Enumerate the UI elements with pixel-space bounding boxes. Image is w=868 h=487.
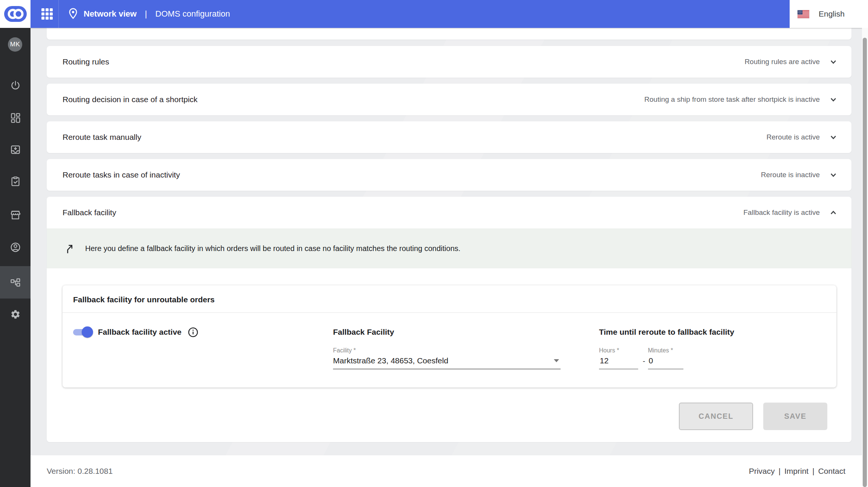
imprint-link[interactable]: Imprint	[784, 467, 808, 476]
accordion-section-fallback-facility: Fallback facility Fallback facility is a…	[47, 197, 851, 442]
accordion-row-reroute-inactivity[interactable]: Reroute tasks in case of inactivity Rero…	[47, 159, 851, 191]
avatar[interactable]: MK	[8, 37, 22, 52]
main-content: Routing rules Routing rules are active R…	[31, 28, 868, 442]
toggle-label: Fallback facility active	[98, 328, 182, 337]
power-icon	[10, 80, 21, 91]
appbar-secondary-title: DOMS configuration	[155, 9, 230, 19]
footer-link-separator: |	[812, 467, 814, 476]
footer: Version: 0.28.1081 Privacy | Imprint | C…	[31, 455, 868, 487]
fallback-panel-body: Fallback facility for unroutable orders …	[47, 268, 851, 442]
accordion-row-shortpick-decision[interactable]: Routing decision in case of a shortpick …	[47, 84, 851, 115]
fallback-card-form: Fallback facility active Fallba	[63, 313, 836, 387]
facility-select-value: Marktstraße 23, 48653, Coesfeld	[333, 356, 554, 365]
language-selector[interactable]: English	[790, 0, 868, 28]
version-label: Version: 0.28.1081	[47, 467, 113, 476]
cancel-button[interactable]: CANCEL	[679, 403, 753, 430]
time-separator: -	[643, 357, 645, 369]
accordion-row-reroute-manually[interactable]: Reroute task manually Reroute is active	[47, 121, 851, 153]
appbar-divider	[58, 0, 59, 28]
facility-select[interactable]: Marktstraße 23, 48653, Coesfeld	[333, 356, 561, 369]
clipped-accordion-card	[47, 28, 851, 40]
chevron-down-icon	[828, 57, 839, 67]
sidebar: MK	[0, 0, 31, 487]
facility-column: Fallback Facility Facility * Marktstraße…	[333, 326, 599, 369]
privacy-link[interactable]: Privacy	[749, 467, 775, 476]
inbox-download-icon	[10, 144, 21, 155]
sidebar-item-account[interactable]	[0, 231, 31, 263]
time-group-title: Time until reroute to fallback facility	[599, 326, 826, 338]
account-icon	[10, 242, 21, 253]
info-icon[interactable]	[188, 327, 199, 338]
dashboard-icon	[10, 112, 21, 123]
appbar: Network view | DOMS configuration Englis…	[31, 0, 868, 28]
accordion-title: Routing decision in case of a shortpick	[63, 95, 644, 104]
accordion-title: Reroute tasks in case of inactivity	[63, 170, 761, 179]
sidebar-item-tasks[interactable]	[0, 165, 31, 198]
app-logo[interactable]	[0, 0, 31, 28]
scrollbar-thumb[interactable]	[863, 38, 867, 487]
arrow-up-right-icon	[64, 242, 75, 254]
chevron-down-icon	[828, 132, 839, 142]
accordion-status: Reroute is inactive	[761, 171, 820, 179]
dropdown-caret-icon	[554, 359, 559, 362]
language-label: English	[819, 9, 845, 18]
fallback-description-strip: Here you define a fallback facility in w…	[47, 228, 851, 268]
location-pin-icon	[67, 8, 79, 20]
hours-input[interactable]	[599, 356, 638, 369]
form-actions: CANCEL SAVE	[63, 387, 836, 430]
sidebar-item-power[interactable]	[0, 69, 31, 102]
accordion-row-routing-rules[interactable]: Routing rules Routing rules are active	[47, 46, 851, 78]
appbar-primary-title: Network view	[84, 9, 137, 19]
settings-gear-icon	[10, 309, 21, 320]
toggle-logo-icon	[4, 6, 27, 22]
accordion-status: Reroute is active	[766, 133, 820, 141]
accordion-status: Fallback facility is active	[743, 208, 820, 217]
appbar-title-separator: |	[145, 9, 147, 19]
fallback-card-header: Fallback facility for unroutable orders	[63, 285, 836, 313]
facility-field-label: Facility *	[333, 347, 599, 354]
us-flag-icon	[798, 10, 809, 18]
chevron-up-icon	[828, 207, 839, 218]
accordion-status: Routing rules are active	[744, 58, 820, 66]
footer-link-separator: |	[779, 467, 781, 476]
app-grid-button[interactable]	[36, 0, 58, 28]
hours-field-label: Hours *	[599, 347, 638, 354]
vertical-scrollbar	[862, 28, 868, 487]
hours-field: Hours *	[599, 347, 638, 369]
contact-link[interactable]: Contact	[818, 467, 845, 476]
clipboard-check-icon	[10, 176, 21, 187]
minutes-field-label: Minutes *	[648, 347, 683, 354]
save-button[interactable]: SAVE	[763, 403, 827, 430]
time-column: Time until reroute to fallback facility …	[599, 326, 826, 369]
fallback-card-title: Fallback facility for unroutable orders	[73, 295, 215, 304]
toggle-column: Fallback facility active	[73, 326, 333, 369]
accordion-status: Routing a ship from store task after sho…	[644, 95, 820, 104]
minutes-field: Minutes *	[648, 347, 683, 369]
chevron-down-icon	[828, 94, 839, 105]
facility-group-title: Fallback Facility	[333, 326, 599, 338]
sidebar-item-inbox[interactable]	[0, 133, 31, 166]
fallback-settings-card: Fallback facility for unroutable orders …	[63, 285, 836, 387]
accordion-title: Fallback facility	[63, 208, 743, 217]
grid-apps-icon	[41, 8, 53, 20]
fallback-active-toggle[interactable]	[73, 328, 93, 336]
network-schema-icon	[10, 277, 21, 288]
accordion-title: Reroute task manually	[63, 133, 766, 142]
fallback-description-text: Here you define a fallback facility in w…	[85, 244, 460, 253]
chevron-down-icon	[828, 170, 839, 180]
footer-links: Privacy | Imprint | Contact	[749, 467, 845, 476]
sidebar-item-store[interactable]	[0, 199, 31, 231]
minutes-input[interactable]	[648, 356, 683, 369]
toggle-knob	[82, 326, 93, 338]
accordion-row-fallback-facility[interactable]: Fallback facility Fallback facility is a…	[47, 197, 851, 228]
accordion-title: Routing rules	[63, 57, 744, 66]
sidebar-item-dashboard[interactable]	[0, 101, 31, 134]
facility-field: Facility * Marktstraße 23, 48653, Coesfe…	[333, 347, 599, 369]
storefront-icon	[10, 209, 21, 221]
sidebar-item-network[interactable]	[0, 266, 31, 299]
sidebar-item-settings[interactable]	[0, 298, 31, 331]
